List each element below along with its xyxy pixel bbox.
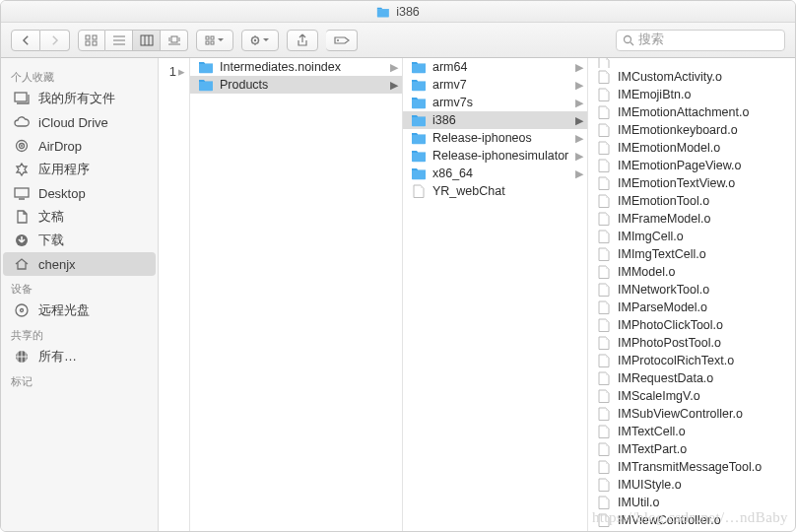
- column-1[interactable]: Intermediates.noindex▶Products▶: [190, 58, 403, 531]
- sidebar-header: 个人收藏: [1, 64, 158, 87]
- document-icon: [596, 513, 612, 527]
- search-input[interactable]: 搜索: [616, 30, 785, 51]
- back-button[interactable]: [11, 30, 40, 51]
- file-row[interactable]: IMModel.o: [588, 263, 795, 281]
- row-label: x86_64: [432, 166, 571, 180]
- column-stub: 1▸: [159, 58, 190, 531]
- file-row[interactable]: IMTransmitMessageTool.o: [588, 458, 795, 476]
- sidebar-item-home[interactable]: chenjx: [3, 252, 156, 276]
- arrange-button[interactable]: [196, 30, 233, 51]
- row-label: IMNetworkTool.o: [618, 283, 791, 297]
- sidebar-item-desktop[interactable]: Desktop: [3, 181, 156, 205]
- file-row[interactable]: IMEmotionkeyboard.o: [588, 121, 795, 139]
- chevron-right-icon: ▶: [571, 97, 583, 109]
- file-row[interactable]: int_lpc.o: [588, 529, 795, 531]
- folder-row[interactable]: armv7▶: [403, 76, 587, 94]
- row-label: IMEmotionTool.o: [618, 194, 791, 208]
- sidebar-item-icloud[interactable]: iCloud Drive: [3, 110, 156, 134]
- sidebar-item-airdrop[interactable]: AirDrop: [3, 134, 156, 158]
- row-label: Release-iphonesimulator: [432, 149, 571, 163]
- document-icon: [596, 336, 612, 350]
- file-row[interactable]: IMParseModel.o: [588, 299, 795, 316]
- forward-button[interactable]: [40, 30, 70, 51]
- file-row[interactable]: IMImgTextCell.o: [588, 245, 795, 263]
- file-row[interactable]: IMEmotionPageView.o: [588, 157, 795, 174]
- file-row[interactable]: IMPhotoClickTool.o: [588, 316, 795, 334]
- file-row[interactable]: IMNetworkTool.o: [588, 281, 795, 299]
- file-row[interactable]: IMSubViewController.o: [588, 405, 795, 423]
- svg-rect-2: [86, 41, 90, 45]
- sidebar-item-shared[interactable]: 所有…: [3, 345, 156, 368]
- chevron-right-icon: ▶: [571, 132, 583, 145]
- file-row[interactable]: IMEmotionTool.o: [588, 192, 795, 210]
- folder-row[interactable]: i386▶: [403, 111, 587, 129]
- row-label: IMParseModel.o: [618, 300, 791, 314]
- folder-row[interactable]: x86_64▶: [403, 165, 587, 182]
- share-button[interactable]: [287, 30, 318, 51]
- folder-row[interactable]: arm64▶: [403, 58, 587, 76]
- folder-row[interactable]: armv7s▶: [403, 94, 587, 111]
- file-row[interactable]: IMPhotoPostTool.o: [588, 334, 795, 352]
- view-icons-button[interactable]: [78, 30, 105, 51]
- document-icon: [596, 194, 612, 208]
- file-row[interactable]: [588, 58, 795, 68]
- folder-row[interactable]: Release-iphoneos▶: [403, 129, 587, 147]
- file-row[interactable]: IMEmojiBtn.o: [588, 86, 795, 103]
- sidebar-item-label: 我的所有文件: [38, 90, 115, 107]
- document-icon: [596, 141, 612, 155]
- document-icon: [596, 300, 612, 314]
- file-row[interactable]: IMViewController.o: [588, 511, 795, 529]
- column-3[interactable]: IMCustomActivity.oIMEmojiBtn.oIMEmotionA…: [588, 58, 795, 531]
- all-files-icon: [13, 91, 31, 106]
- sidebar-item-documents[interactable]: 文稿: [3, 205, 156, 229]
- document-icon: [596, 159, 612, 172]
- file-row[interactable]: IMEmotionModel.o: [588, 139, 795, 157]
- sidebar-item-remote-disc[interactable]: 远程光盘: [3, 299, 156, 322]
- globe-icon: [13, 349, 31, 365]
- file-row[interactable]: IMEmotionTextView.o: [588, 174, 795, 192]
- document-icon: [596, 318, 612, 332]
- file-row[interactable]: YR_webChat: [403, 182, 587, 200]
- svg-rect-0: [86, 35, 90, 39]
- file-row[interactable]: IMEmotionAttachment.o: [588, 103, 795, 121]
- file-row[interactable]: IMUtil.o: [588, 494, 795, 511]
- document-icon: [596, 442, 612, 456]
- folder-icon: [411, 96, 427, 109]
- view-list-button[interactable]: [105, 30, 133, 51]
- chevron-right-icon: ▶: [571, 79, 583, 92]
- folder-row[interactable]: Release-iphonesimulator▶: [403, 147, 587, 165]
- row-label: IMImgTextCell.o: [618, 247, 791, 261]
- svg-rect-14: [15, 93, 27, 101]
- view-coverflow-button[interactable]: [161, 30, 188, 51]
- chevron-right-icon: ▶: [571, 114, 583, 127]
- file-row[interactable]: IMRequestData.o: [588, 369, 795, 387]
- svg-rect-7: [211, 36, 214, 39]
- chevron-right-icon: ▶: [386, 61, 398, 74]
- file-row[interactable]: IMFrameModel.o: [588, 210, 795, 228]
- file-row[interactable]: IMTextCell.o: [588, 423, 795, 440]
- sidebar-item-downloads[interactable]: 下载: [3, 229, 156, 252]
- view-columns-button[interactable]: [133, 30, 161, 51]
- columns-view: 1▸ Intermediates.noindex▶Products▶ arm64…: [159, 58, 795, 531]
- folder-icon: [411, 131, 427, 145]
- file-row[interactable]: IMImgCell.o: [588, 228, 795, 245]
- folder-row[interactable]: Products▶: [190, 76, 402, 94]
- file-row[interactable]: IMCustomActivity.o: [588, 68, 795, 86]
- sidebar-item-apps[interactable]: 应用程序: [3, 158, 156, 181]
- folder-row[interactable]: Intermediates.noindex▶: [190, 58, 402, 76]
- document-icon: [596, 478, 612, 492]
- sidebar-item-all-files[interactable]: 我的所有文件: [3, 87, 156, 110]
- file-row[interactable]: IMProtocolRichText.o: [588, 352, 795, 369]
- svg-rect-1: [93, 35, 97, 39]
- tags-button[interactable]: [326, 30, 358, 51]
- svg-point-12: [337, 39, 339, 41]
- action-button[interactable]: [241, 30, 279, 51]
- file-row[interactable]: IMScaleImgV.o: [588, 387, 795, 405]
- column-2[interactable]: arm64▶armv7▶armv7s▶i386▶Release-iphoneos…: [403, 58, 588, 531]
- file-row[interactable]: IMTextPart.o: [588, 440, 795, 458]
- row-label: IMUtil.o: [618, 496, 791, 509]
- row-label: IMEmotionAttachment.o: [618, 105, 791, 119]
- chevron-right-icon: ▶: [571, 167, 583, 180]
- file-row[interactable]: IMUIStyle.o: [588, 476, 795, 494]
- sidebar-item-label: 远程光盘: [38, 301, 90, 319]
